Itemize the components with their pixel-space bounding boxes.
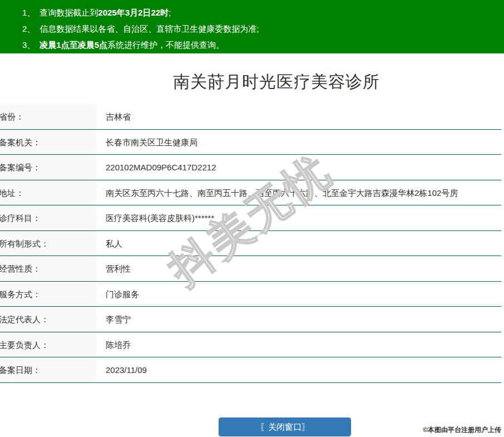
row-label: 省份： bbox=[0, 104, 96, 129]
notice-text: 信息数据结果以各省、自治区、直辖市卫生健康委数据为准; bbox=[39, 24, 259, 33]
row-value: 医疗美容科(美容皮肤科)****** bbox=[96, 205, 501, 230]
row-label: 法定代表人： bbox=[0, 307, 96, 332]
row-label: 所有制形式： bbox=[0, 231, 96, 256]
row-value: 门诊服务 bbox=[96, 282, 501, 307]
table-row-address: 地址： 南关区东至丙六十七路、南至丙五十路、西至丙六十六路、北至金宇大路吉森漫华… bbox=[0, 180, 501, 206]
notice-text-bold: 2025年3月2日22时 bbox=[98, 8, 169, 17]
row-value: 南关区东至丙六十七路、南至丙五十路、西至丙六十六路、北至金宇大路吉森漫华林2栋1… bbox=[96, 180, 501, 205]
page-title: 南关莳月时光医疗美容诊所 bbox=[49, 71, 504, 93]
notice-text: 查询数据截止到 bbox=[39, 8, 98, 17]
table-row-business-nature: 经营性质： 营利性 bbox=[0, 256, 501, 282]
table-row-legal-representative: 法定代表人： 李雪宁 bbox=[0, 307, 501, 332]
row-label: 地址： bbox=[0, 180, 96, 205]
row-value: 陈培乔 bbox=[96, 332, 501, 357]
row-value: 吉林省 bbox=[96, 104, 501, 129]
page: 1、查询数据截止到2025年3月2日22时; 2、信息数据结果以各省、自治区、直… bbox=[0, 0, 504, 437]
upload-credit-text: ©本图由平台注册用户上传 bbox=[423, 425, 501, 435]
table-row-record-date: 备案日期： 2023/11/09 bbox=[0, 357, 501, 383]
row-label: 备案编号： bbox=[0, 155, 96, 180]
notice-number: 3、 bbox=[22, 40, 35, 50]
row-label: 诊疗科目： bbox=[0, 205, 96, 230]
notice-number: 2、 bbox=[22, 24, 35, 33]
row-label: 主要负责人： bbox=[0, 332, 96, 357]
table-row-service-mode: 服务方式： 门诊服务 bbox=[0, 282, 501, 307]
notice-text: ; bbox=[169, 8, 171, 17]
notice-line-3: 3、凌晨1点至凌晨5点系统进行维护，不能提供查询。 bbox=[22, 37, 504, 53]
row-value: 220102MAD09P6C417D2212 bbox=[96, 155, 501, 180]
row-value: 长春市南关区卫生健康局 bbox=[96, 130, 501, 155]
table-row-person-in-charge: 主要负责人： 陈培乔 bbox=[0, 332, 501, 358]
notice-banner: 1、查询数据截止到2025年3月2日22时; 2、信息数据结果以各省、自治区、直… bbox=[0, 0, 504, 53]
table-row-record-number: 备案编号： 220102MAD09P6C417D2212 bbox=[0, 155, 501, 180]
close-window-button[interactable]: 〖关闭窗口〗 bbox=[219, 418, 351, 436]
notice-text-bold: 凌晨1点至凌晨5点 bbox=[39, 40, 107, 50]
info-table: 省份： 吉林省 备案机关： 长春市南关区卫生健康局 备案编号： 220102MA… bbox=[0, 104, 501, 383]
notice-line-2: 2、信息数据结果以各省、自治区、直辖市卫生健康委数据为准; bbox=[22, 21, 504, 37]
row-label: 经营性质： bbox=[0, 256, 96, 281]
table-row-province: 省份： 吉林省 bbox=[0, 104, 501, 130]
table-row-departments: 诊疗科目： 医疗美容科(美容皮肤科)****** bbox=[0, 205, 501, 231]
row-label: 服务方式： bbox=[0, 282, 96, 307]
row-label: 备案日期： bbox=[0, 357, 96, 382]
table-row-ownership: 所有制形式： 私人 bbox=[0, 231, 501, 257]
notice-text: 系统进行维护，不能提供查询。 bbox=[107, 40, 224, 50]
row-value: 私人 bbox=[96, 231, 501, 256]
notice-number: 1、 bbox=[22, 8, 35, 17]
row-label: 备案机关： bbox=[0, 130, 96, 155]
row-value: 李雪宁 bbox=[96, 307, 501, 332]
row-value: 营利性 bbox=[96, 256, 501, 281]
notice-line-1: 1、查询数据截止到2025年3月2日22时; bbox=[22, 4, 504, 21]
table-row-authority: 备案机关： 长春市南关区卫生健康局 bbox=[0, 130, 501, 155]
row-value: 2023/11/09 bbox=[96, 357, 501, 382]
